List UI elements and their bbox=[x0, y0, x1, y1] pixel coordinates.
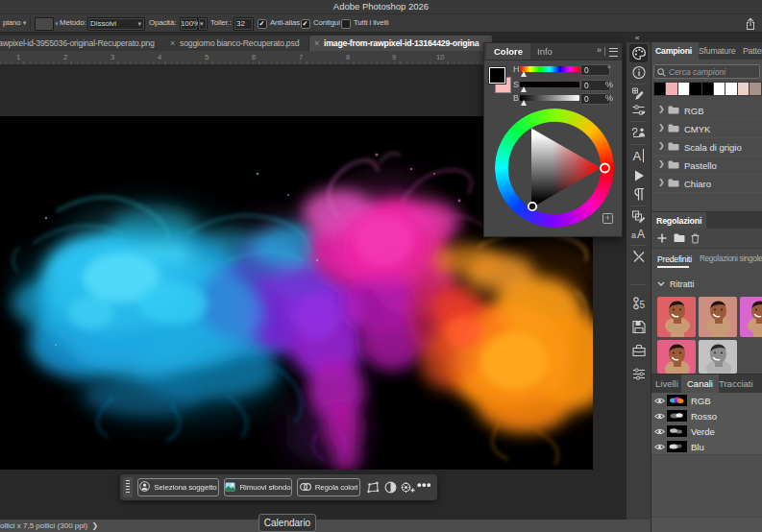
svg-text:5: 5 bbox=[639, 300, 645, 310]
svg-text:A: A bbox=[632, 149, 641, 163]
svg-text:A: A bbox=[637, 228, 645, 241]
svg-text:a: a bbox=[631, 230, 636, 240]
